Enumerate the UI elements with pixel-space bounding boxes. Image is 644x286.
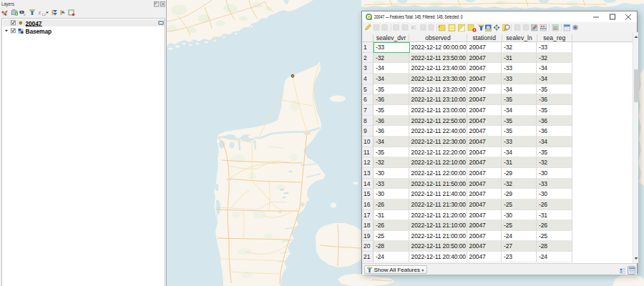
svg-text:ε: ε [39, 9, 42, 16]
svg-text:ε: ε [439, 24, 441, 29]
svg-text:1,2: 1,2 [42, 13, 47, 16]
